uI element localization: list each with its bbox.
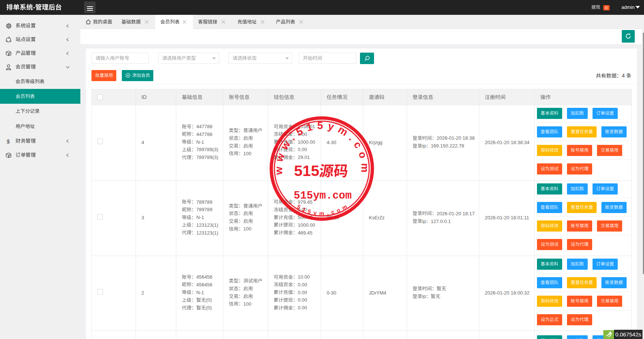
svg-text:$: $ [7,138,10,144]
